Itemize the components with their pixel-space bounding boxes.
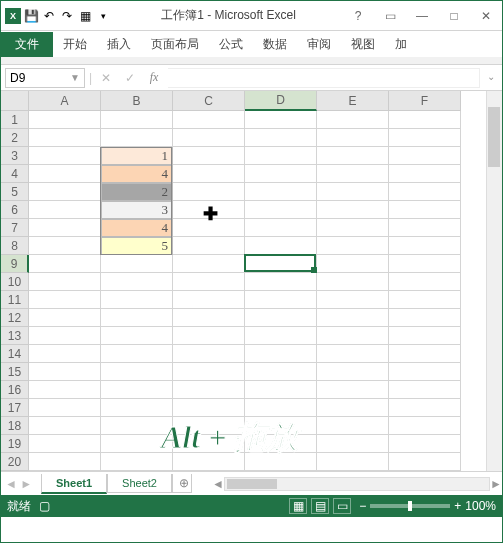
cell-D14[interactable] <box>245 345 317 363</box>
tab-formulas[interactable]: 公式 <box>209 32 253 57</box>
cell-A18[interactable] <box>29 417 101 435</box>
cell-A19[interactable] <box>29 435 101 453</box>
name-box[interactable]: D9 ▼ <box>5 68 85 88</box>
cell-E2[interactable] <box>317 129 389 147</box>
cell-B12[interactable] <box>101 309 173 327</box>
cell-E19[interactable] <box>317 435 389 453</box>
cell-B5[interactable]: 2 <box>101 183 173 201</box>
cell-B11[interactable] <box>101 291 173 309</box>
cell-D13[interactable] <box>245 327 317 345</box>
cell-F11[interactable] <box>389 291 461 309</box>
cell-C12[interactable] <box>173 309 245 327</box>
col-header-A[interactable]: A <box>29 91 101 111</box>
cell-A15[interactable] <box>29 363 101 381</box>
row-header-19[interactable]: 19 <box>1 435 29 453</box>
cell-C8[interactable] <box>173 237 245 255</box>
row-header-18[interactable]: 18 <box>1 417 29 435</box>
redo-icon[interactable]: ↷ <box>59 8 75 24</box>
view-break-icon[interactable]: ▭ <box>333 498 351 514</box>
sheet-tab-1[interactable]: Sheet1 <box>41 474 107 494</box>
cell-D16[interactable] <box>245 381 317 399</box>
cell-F7[interactable] <box>389 219 461 237</box>
cell-D15[interactable] <box>245 363 317 381</box>
cell-A13[interactable] <box>29 327 101 345</box>
cell-A6[interactable] <box>29 201 101 219</box>
cell-B17[interactable] <box>101 399 173 417</box>
cell-B8[interactable]: 5 <box>101 237 173 255</box>
cell-A17[interactable] <box>29 399 101 417</box>
cell-C4[interactable] <box>173 165 245 183</box>
row-header-1[interactable]: 1 <box>1 111 29 129</box>
worksheet-grid[interactable]: ABCDEF 1234567891011121314151617181920 1… <box>1 91 502 471</box>
cell-B7[interactable]: 4 <box>101 219 173 237</box>
cell-C9[interactable] <box>173 255 245 273</box>
cell-B3[interactable]: 1 <box>101 147 173 165</box>
row-header-20[interactable]: 20 <box>1 453 29 471</box>
tab-file[interactable]: 文件 <box>1 32 53 57</box>
cell-F13[interactable] <box>389 327 461 345</box>
cell-E13[interactable] <box>317 327 389 345</box>
cell-B15[interactable] <box>101 363 173 381</box>
close-icon[interactable]: ✕ <box>474 6 498 26</box>
tab-view[interactable]: 视图 <box>341 32 385 57</box>
horizontal-scrollbar[interactable]: ◄ ► <box>212 476 502 492</box>
cell-F18[interactable] <box>389 417 461 435</box>
cell-D5[interactable] <box>245 183 317 201</box>
row-header-10[interactable]: 10 <box>1 273 29 291</box>
cell-F10[interactable] <box>389 273 461 291</box>
add-sheet-button[interactable]: ⊕ <box>172 474 192 493</box>
row-header-6[interactable]: 6 <box>1 201 29 219</box>
cell-B16[interactable] <box>101 381 173 399</box>
maximize-icon[interactable]: □ <box>442 6 466 26</box>
cell-F2[interactable] <box>389 129 461 147</box>
cell-F15[interactable] <box>389 363 461 381</box>
cell-C11[interactable] <box>173 291 245 309</box>
cell-C15[interactable] <box>173 363 245 381</box>
row-header-11[interactable]: 11 <box>1 291 29 309</box>
cell-D12[interactable] <box>245 309 317 327</box>
cell-B10[interactable] <box>101 273 173 291</box>
cell-E12[interactable] <box>317 309 389 327</box>
zoom-thumb[interactable] <box>408 501 412 511</box>
row-header-4[interactable]: 4 <box>1 165 29 183</box>
cell-E10[interactable] <box>317 273 389 291</box>
row-header-15[interactable]: 15 <box>1 363 29 381</box>
help-icon[interactable]: ? <box>346 6 370 26</box>
view-layout-icon[interactable]: ▤ <box>311 498 329 514</box>
col-header-D[interactable]: D <box>245 91 317 111</box>
tab-review[interactable]: 审阅 <box>297 32 341 57</box>
row-header-13[interactable]: 13 <box>1 327 29 345</box>
formula-input[interactable] <box>168 68 480 88</box>
cell-D2[interactable] <box>245 129 317 147</box>
cell-E7[interactable] <box>317 219 389 237</box>
cell-F4[interactable] <box>389 165 461 183</box>
row-header-3[interactable]: 3 <box>1 147 29 165</box>
cell-D7[interactable] <box>245 219 317 237</box>
qat-more-icon[interactable]: ▾ <box>95 8 111 24</box>
cell-A16[interactable] <box>29 381 101 399</box>
cell-C10[interactable] <box>173 273 245 291</box>
formula-cancel-icon[interactable]: ✕ <box>96 71 116 85</box>
zoom-slider[interactable] <box>370 504 450 508</box>
cell-C3[interactable] <box>173 147 245 165</box>
cell-F19[interactable] <box>389 435 461 453</box>
ribbon-collapse-icon[interactable]: ▭ <box>378 6 402 26</box>
row-header-7[interactable]: 7 <box>1 219 29 237</box>
undo-icon[interactable]: ↶ <box>41 8 57 24</box>
cell-F9[interactable] <box>389 255 461 273</box>
tab-addins[interactable]: 加 <box>385 32 417 57</box>
cell-C14[interactable] <box>173 345 245 363</box>
cell-D17[interactable] <box>245 399 317 417</box>
row-header-2[interactable]: 2 <box>1 129 29 147</box>
cell-B6[interactable]: 3 <box>101 201 173 219</box>
cell-B2[interactable] <box>101 129 173 147</box>
cell-E15[interactable] <box>317 363 389 381</box>
cell-C1[interactable] <box>173 111 245 129</box>
cell-E18[interactable] <box>317 417 389 435</box>
tab-data[interactable]: 数据 <box>253 32 297 57</box>
cell-A1[interactable] <box>29 111 101 129</box>
cell-A9[interactable] <box>29 255 101 273</box>
vertical-scrollbar[interactable] <box>486 91 502 471</box>
zoom-in-button[interactable]: + <box>454 499 461 513</box>
tab-layout[interactable]: 页面布局 <box>141 32 209 57</box>
